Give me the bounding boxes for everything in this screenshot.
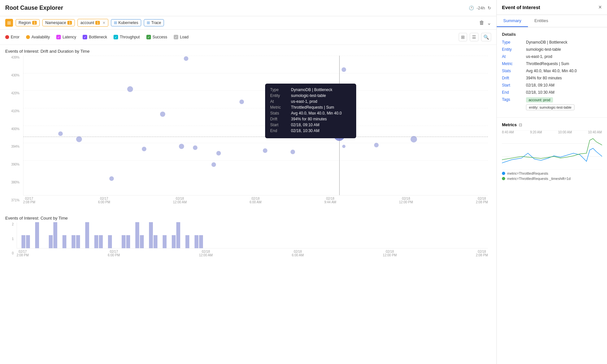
bubble-10[interactable]	[193, 145, 197, 150]
bubble-6[interactable]	[142, 147, 146, 151]
scatter-plot-area: Type DynamoDB | Bottleneck Entity sumolo…	[23, 56, 488, 195]
detail-start-value: 02/18, 09:10 AM	[526, 83, 602, 88]
bubble-2[interactable]	[127, 86, 133, 92]
bubble-17[interactable]	[411, 136, 417, 142]
bar-item	[126, 235, 130, 248]
kubernetes-filter-chip[interactable]: ⊞ Kubernetes	[111, 19, 141, 26]
bubble-1[interactable]	[184, 56, 188, 61]
bubble-8[interactable]	[179, 144, 184, 149]
bar-x-2: 02/1812:00 AM	[199, 250, 213, 265]
expand-filter-button[interactable]: ⌄	[487, 20, 491, 26]
right-panel-header: Event of Interest ×	[497, 0, 607, 15]
bubble-13[interactable]	[290, 150, 295, 154]
detail-stats-row: Stats Avg 40.0, Max 40.0, Min 40.0	[502, 69, 602, 73]
load-check: ✓	[174, 35, 178, 39]
bubble-3[interactable]	[239, 100, 244, 104]
tooltip-stats-label: Stats	[270, 111, 290, 115]
time-icon: 🕐	[469, 6, 474, 10]
detail-tags-row: Tags account: prod entity: sumologic-tes…	[502, 97, 602, 110]
y-label-6: 390%	[5, 163, 20, 166]
bubble-5[interactable]	[76, 136, 82, 142]
close-panel-button[interactable]: ×	[598, 4, 602, 11]
bar-item	[195, 235, 198, 248]
bar-item	[94, 235, 98, 248]
error-label: Error	[11, 35, 20, 39]
y-label-2: 420%	[5, 91, 20, 95]
chart-cluster-button[interactable]: ⊞	[459, 33, 467, 41]
y-label-5: 394%	[5, 145, 20, 148]
bar-chart-section: Events of Interest: Count by Time 2 1 0 …	[5, 216, 491, 265]
chart-search-button[interactable]: 🔍	[481, 33, 491, 41]
chart-list-button[interactable]: ☰	[470, 33, 479, 41]
legend-load[interactable]: ✓ Load	[174, 35, 189, 39]
detail-entity-label: Entity	[502, 47, 525, 52]
grid-line-5	[23, 143, 488, 143]
bar-item	[35, 222, 39, 248]
tag-account-prod[interactable]: account: prod	[526, 97, 553, 102]
legend-bottleneck[interactable]: ✓ Bottleneck	[83, 35, 107, 39]
details-title: Details	[502, 32, 602, 37]
namespace-filter-chip[interactable]: Namespace 1	[42, 19, 75, 26]
bubble-12[interactable]	[263, 148, 267, 153]
tab-summary[interactable]: Summary	[497, 15, 528, 27]
throughput-check: ✓	[114, 35, 118, 39]
tooltip-entity-row: Entity sumologic-test-table	[270, 93, 351, 98]
throughput-label: Throughput	[120, 35, 140, 39]
trace-icon: ⊞	[147, 20, 150, 25]
bubble-11[interactable]	[109, 176, 114, 181]
y-label-3: 410%	[5, 109, 20, 113]
legend-throughput[interactable]: ✓ Throughput	[114, 35, 140, 39]
region-filter-chip[interactable]: Region 1	[16, 19, 40, 26]
detail-at-label: At	[502, 54, 525, 59]
bar-item	[49, 235, 53, 248]
bubble-15[interactable]	[342, 145, 345, 148]
page-title: Root Cause Explorer	[5, 5, 63, 11]
bar-item	[135, 222, 139, 248]
bar-chart: 2 1 0 02/172:08 PM 02/176:00 PM 02/1812:…	[5, 222, 491, 265]
bubble-4[interactable]	[58, 131, 63, 136]
trace-filter-chip[interactable]: ⊞ Trace	[144, 19, 164, 26]
mini-legend-green-dot	[502, 177, 505, 180]
bar-item	[21, 235, 25, 248]
legend-error[interactable]: Error	[5, 35, 20, 39]
tooltip-end-value: 02/18, 10:30 AM	[291, 128, 351, 133]
latency-label: Latency	[62, 35, 76, 39]
scatter-x-axis: 02/172:08 PM 02/176:00 PM 02/1812:00 AM …	[23, 195, 488, 212]
region-label: Region	[19, 20, 31, 25]
delete-filter-button[interactable]: 🗑	[479, 20, 484, 26]
detail-metric-label: Metric	[502, 61, 525, 66]
legend-success[interactable]: ✓ Success	[146, 35, 167, 39]
tag-entity[interactable]: entity: sumologic-test-table	[526, 104, 574, 110]
tab-entities[interactable]: Entities	[528, 15, 555, 27]
bar-item	[149, 222, 153, 248]
legend-availability[interactable]: Availability	[26, 35, 50, 39]
detail-metric-row: Metric ThrottledRequests | Sum	[502, 61, 602, 66]
mini-legend: metric=ThrottledRequests metric=Throttle…	[502, 171, 602, 181]
refresh-icon[interactable]: ↻	[488, 6, 491, 10]
tooltip-stats-value: Avg 40.0, Max 40.0, Min 40.0	[291, 111, 351, 115]
bar-item	[53, 222, 57, 248]
detail-entity-row: Entity sumologic-test-table	[502, 47, 602, 52]
bar-item	[199, 235, 203, 248]
y-label-4: 400%	[5, 127, 20, 131]
filter-actions: 🗑 ⌄	[479, 20, 491, 26]
bottleneck-label: Bottleneck	[89, 35, 107, 39]
bubble-9[interactable]	[216, 151, 221, 155]
tooltip-drift-label: Drift	[270, 117, 290, 121]
metrics-external-link-icon[interactable]: ⊡	[519, 123, 522, 127]
account-filter-chip[interactable]: account 1 ×	[77, 19, 108, 27]
legend-latency[interactable]: ✓ Latency	[56, 35, 76, 39]
y-label-7: 380%	[5, 181, 20, 184]
bubble-18[interactable]	[342, 67, 346, 72]
account-close-icon[interactable]: ×	[102, 20, 105, 25]
mini-legend-blue-dot	[502, 172, 505, 175]
bar-x-1: 02/176:00 PM	[108, 250, 120, 265]
grid-view-button[interactable]: ⊞	[5, 19, 13, 27]
kubernetes-icon: ⊞	[114, 20, 117, 25]
bar-y-1: 1	[5, 237, 14, 241]
tooltip-end-row: End 02/18, 10:30 AM	[270, 128, 351, 133]
bubble-16[interactable]	[374, 143, 379, 147]
bubble-19[interactable]	[211, 162, 216, 167]
bubble-7[interactable]	[160, 112, 165, 117]
grid-line-1	[23, 73, 488, 74]
